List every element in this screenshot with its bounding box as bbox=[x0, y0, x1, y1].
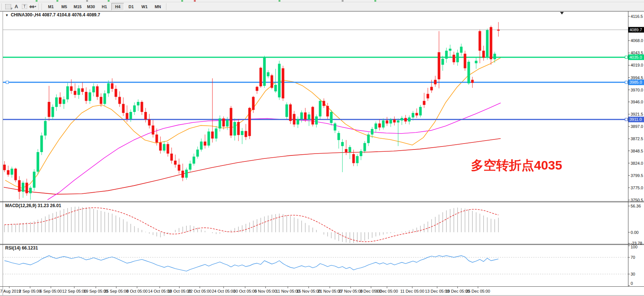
svg-text:27 Nov 05:00: 27 Nov 05:00 bbox=[338, 289, 362, 293]
chart-title[interactable]: ▼CHINA300-,H4 4087.7 4104.8 4076.4 4089.… bbox=[5, 12, 100, 17]
svg-text:3994.5: 3994.5 bbox=[631, 75, 643, 80]
svg-text:27 Aug 2019: 27 Aug 2019 bbox=[0, 289, 21, 293]
svg-text:4089.7: 4089.7 bbox=[630, 28, 642, 32]
svg-text:25 Sep 05:00: 25 Sep 05:00 bbox=[104, 289, 128, 293]
svg-text:3848.5: 3848.5 bbox=[631, 149, 643, 153]
svg-text:3970.0: 3970.0 bbox=[631, 88, 643, 92]
svg-text:3921.5: 3921.5 bbox=[631, 112, 643, 116]
svg-text:3775.0: 3775.0 bbox=[631, 186, 643, 190]
svg-text:8 Oct 05:00: 8 Oct 05:00 bbox=[127, 289, 148, 293]
annotation-text[interactable]: 多空转折点4035 bbox=[471, 157, 562, 174]
rsi-label: RSI(14) 66.1231 bbox=[5, 245, 38, 251]
symbol-timeframe-label: CHINA300-,H4 bbox=[11, 12, 41, 17]
svg-text:24 Oct 05:00: 24 Oct 05:00 bbox=[212, 289, 235, 293]
svg-text:56.36: 56.36 bbox=[631, 204, 641, 208]
svg-text:9 Dec 05:00: 9 Dec 05:00 bbox=[376, 289, 398, 293]
chart-canvas[interactable]: 4116.54068.04043.54019.03994.53970.03946… bbox=[0, 0, 644, 296]
svg-text:2 Sep 05:00: 2 Sep 05:00 bbox=[19, 289, 41, 293]
svg-text:3872.5: 3872.5 bbox=[631, 136, 643, 141]
svg-text:22 Oct 05:00: 22 Oct 05:00 bbox=[188, 289, 212, 293]
svg-text:3946.0: 3946.0 bbox=[631, 100, 643, 104]
mt4-window: F A T ◆◆ ▾ M1M5M15M30H1H4D1W1MN 4116.540… bbox=[0, 0, 644, 296]
svg-text:3985.0: 3985.0 bbox=[630, 80, 642, 84]
svg-text:12 Sep 05:00: 12 Sep 05:00 bbox=[62, 289, 86, 293]
chart-dropdown-icon[interactable]: ▼ bbox=[5, 13, 9, 17]
svg-text:3911.0: 3911.0 bbox=[630, 117, 642, 122]
svg-text:15 Nov 05:00: 15 Nov 05:00 bbox=[296, 289, 321, 293]
svg-text:6 Sep 05:00: 6 Sep 05:00 bbox=[40, 289, 62, 293]
svg-text:3824.0: 3824.0 bbox=[631, 161, 643, 165]
svg-text:3750.5: 3750.5 bbox=[631, 198, 643, 202]
svg-text:0.00: 0.00 bbox=[631, 230, 638, 235]
svg-text:4035.0: 4035.0 bbox=[630, 55, 642, 59]
svg-text:4116.5: 4116.5 bbox=[631, 14, 643, 19]
svg-text:4019.0: 4019.0 bbox=[631, 63, 643, 67]
macd-label: MACD(12,26,9) 31.23 26.01 bbox=[5, 203, 61, 208]
svg-text:5 Nov 05:00: 5 Nov 05:00 bbox=[254, 289, 276, 293]
svg-text:0: 0 bbox=[631, 281, 633, 286]
svg-text:4068.0: 4068.0 bbox=[631, 38, 643, 43]
svg-text:25 Dec 05:00: 25 Dec 05:00 bbox=[466, 289, 490, 293]
svg-text:70: 70 bbox=[631, 255, 635, 260]
svg-text:100: 100 bbox=[631, 245, 637, 249]
svg-text:30 Oct 05:00: 30 Oct 05:00 bbox=[234, 289, 257, 293]
ohlc-values: 4087.7 4104.8 4076.4 4089.7 bbox=[42, 12, 100, 17]
svg-text:18 Oct 05:00: 18 Oct 05:00 bbox=[168, 289, 191, 293]
svg-text:3799.5: 3799.5 bbox=[631, 173, 643, 178]
svg-text:3897.0: 3897.0 bbox=[631, 124, 643, 129]
svg-text:11 Dec 05:00: 11 Dec 05:00 bbox=[400, 289, 425, 293]
svg-text:30: 30 bbox=[631, 272, 635, 276]
